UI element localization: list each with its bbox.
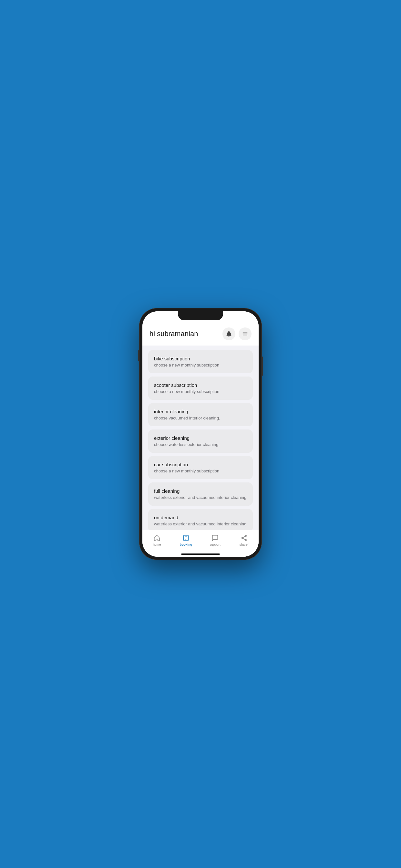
booking-nav-label: booking (180, 543, 192, 547)
bell-icon (226, 331, 232, 337)
service-card-full-cleaning[interactable]: full cleaningwaterless exterior and vacu… (148, 483, 253, 506)
booking-icon (182, 534, 189, 541)
service-card-car-subscription[interactable]: car subscriptionchoose a new monthly sub… (148, 456, 253, 479)
card-subtitle: choose a new monthly subscription (154, 469, 247, 473)
svg-point-9 (245, 539, 247, 541)
service-card-exterior-cleaning[interactable]: exterior cleaningchoose waterless exteri… (148, 430, 253, 453)
card-subtitle: waterless exterior and vacuumed interior… (154, 495, 247, 500)
home-indicator (143, 554, 258, 557)
share-nav-label: share` (240, 543, 249, 547)
home-bar-line (181, 554, 220, 555)
nav-booking[interactable]: booking (172, 533, 201, 548)
card-subtitle: choose vacuumed interior cleaning. (154, 415, 247, 421)
notification-button[interactable] (222, 328, 235, 340)
share-nav-icon (240, 534, 248, 542)
greeting-text: hi subramanian (150, 330, 198, 338)
menu-button[interactable] (239, 328, 251, 340)
nav-home[interactable]: home (143, 533, 172, 548)
header-icons (222, 328, 251, 340)
support-icon (212, 534, 219, 541)
card-title: bike subscription (154, 356, 247, 361)
service-card-bike-subscription[interactable]: bike subscriptionchoose a new monthly su… (148, 350, 253, 373)
home-nav-icon (153, 534, 161, 542)
card-title: on demand (154, 515, 247, 520)
card-title: full cleaning (154, 488, 247, 494)
svg-rect-0 (243, 333, 248, 333)
svg-point-8 (242, 537, 243, 538)
booking-nav-icon (182, 534, 190, 542)
svg-line-10 (243, 536, 245, 538)
home-nav-label: home (153, 543, 161, 547)
support-nav-icon (211, 534, 219, 542)
hamburger-icon (242, 331, 248, 337)
notch (178, 311, 223, 320)
app-screen: hi subramanian (143, 311, 258, 557)
card-title: exterior cleaning (154, 435, 247, 441)
nav-share[interactable]: share` (229, 533, 258, 548)
phone-frame: hi subramanian (139, 308, 262, 560)
svg-rect-1 (243, 334, 248, 334)
support-nav-label: support (210, 543, 220, 547)
card-subtitle: choose a new monthly subscription (154, 363, 247, 368)
card-subtitle: choose a new monthly subscription (154, 389, 247, 394)
svg-rect-2 (243, 335, 248, 336)
svg-point-7 (245, 535, 247, 537)
card-title: car subscription (154, 462, 247, 467)
phone-screen: hi subramanian (143, 311, 258, 557)
nav-support[interactable]: support (201, 533, 229, 548)
service-card-on-demand[interactable]: on demandwaterless exterior and vacuumed… (148, 509, 253, 530)
service-card-scooter-subscription[interactable]: scooter subscriptionchoose a new monthly… (148, 376, 253, 400)
card-title: interior cleaning (154, 409, 247, 414)
share-icon (241, 534, 248, 541)
svg-line-11 (243, 538, 245, 540)
card-subtitle: waterless exterior and vacuumed interior… (154, 522, 247, 526)
services-list: bike subscriptionchoose a new monthly su… (143, 345, 258, 530)
card-subtitle: choose waterless exterior cleaning. (154, 442, 247, 447)
bottom-navigation: home booking (143, 530, 258, 554)
service-card-interior-cleaning[interactable]: interior cleaningchoose vacuumed interio… (148, 403, 253, 426)
card-title: scooter subscription (154, 382, 247, 388)
home-icon (153, 534, 160, 541)
